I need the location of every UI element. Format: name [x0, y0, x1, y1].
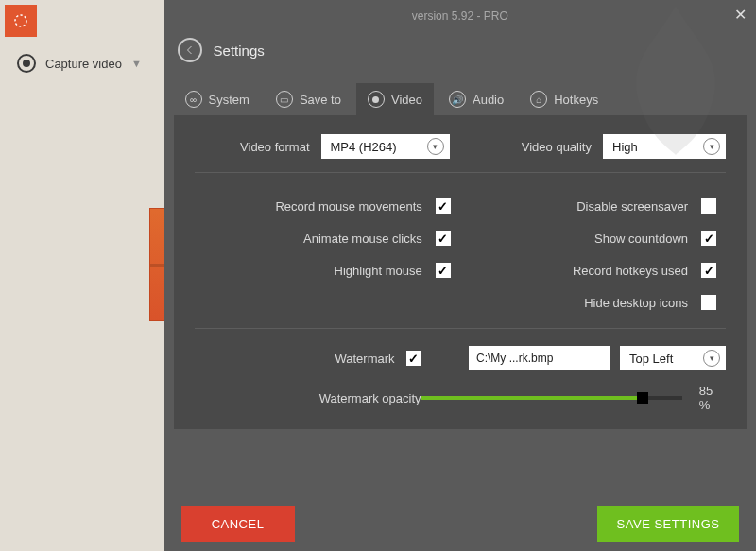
highlight-mouse-label: Highlight mouse — [335, 264, 422, 278]
record-icon — [17, 54, 36, 73]
tab-save-to-label: Save to — [300, 93, 341, 107]
watermark-path-input[interactable] — [469, 346, 610, 370]
disable-screensaver-label: Disable screensaver — [576, 199, 688, 214]
tab-save-to[interactable]: ▭Save to — [265, 83, 352, 115]
version-text: version 5.92 - PRO — [164, 0, 756, 23]
animate-clicks-label: Animate mouse clicks — [303, 232, 422, 246]
settings-tabs: ∞System ▭Save to Video 🔊Audio ⌂Hotkeys — [174, 83, 756, 115]
chevron-down-icon: ▼ — [131, 58, 142, 69]
show-countdown-checkbox[interactable] — [701, 231, 716, 246]
sidebar: Capture video ▼ — [0, 0, 164, 551]
animate-clicks-checkbox[interactable] — [436, 231, 451, 246]
record-hotkeys-label: Record hotkeys used — [573, 264, 688, 278]
video-format-value: MP4 (H264) — [331, 140, 397, 154]
hide-desktop-icons-label: Hide desktop icons — [584, 296, 688, 310]
watermark-opacity-slider[interactable] — [421, 390, 682, 405]
tab-video[interactable]: Video — [356, 83, 434, 115]
capture-video-dropdown[interactable]: Capture video ▼ — [17, 54, 164, 73]
hide-desktop-icons-checkbox[interactable] — [701, 295, 716, 310]
video-format-label: Video format — [240, 140, 309, 154]
close-icon[interactable]: ✕ — [734, 6, 747, 24]
tab-video-label: Video — [391, 93, 422, 107]
back-button[interactable] — [178, 38, 202, 62]
capture-video-label: Capture video — [45, 57, 122, 71]
watermark-label: Watermark — [335, 352, 394, 366]
video-format-select[interactable]: MP4 (H264) ▾ — [321, 134, 450, 159]
link-icon: ∞ — [185, 91, 202, 108]
record-hotkeys-checkbox[interactable] — [701, 263, 716, 278]
tab-audio-label: Audio — [472, 93, 504, 107]
watermark-opacity-value: 85 % — [699, 384, 726, 412]
highlight-mouse-checkbox[interactable] — [436, 263, 451, 278]
watermark-position-select[interactable]: Top Left ▾ — [620, 346, 726, 370]
capture-region-button[interactable] — [5, 5, 37, 37]
watermark-opacity-label: Watermark opacity — [319, 391, 421, 405]
camera-icon: ⌂ — [530, 91, 547, 108]
svg-point-0 — [15, 15, 26, 26]
chevron-down-icon: ▾ — [703, 350, 720, 367]
record-mouse-label: Record mouse movements — [275, 199, 421, 214]
disable-screensaver-checkbox[interactable] — [701, 198, 716, 214]
tab-audio[interactable]: 🔊Audio — [438, 83, 515, 115]
video-quality-select[interactable]: High ▾ — [603, 134, 726, 159]
watermark-checkbox[interactable] — [406, 351, 421, 366]
tab-system-label: System — [209, 93, 249, 107]
settings-panel: ✕ version 5.92 - PRO Settings ∞System ▭S… — [164, 0, 756, 551]
video-icon — [368, 91, 385, 108]
tab-hotkeys[interactable]: ⌂Hotkeys — [519, 83, 610, 115]
record-mouse-checkbox[interactable] — [436, 198, 451, 214]
save-settings-button[interactable]: SAVE SETTINGS — [597, 506, 739, 542]
folder-icon: ▭ — [276, 91, 293, 108]
chevron-down-icon: ▾ — [703, 138, 720, 155]
chevron-down-icon: ▾ — [427, 138, 444, 155]
audio-icon: 🔊 — [449, 91, 466, 108]
page-title: Settings — [214, 43, 265, 59]
divider — [195, 172, 726, 173]
video-settings-pane: Video format MP4 (H264) ▾ Video quality … — [174, 115, 747, 429]
video-quality-label: Video quality — [522, 140, 592, 154]
show-countdown-label: Show countdown — [594, 232, 688, 246]
tab-system[interactable]: ∞System — [174, 83, 261, 115]
cancel-button[interactable]: CANCEL — [181, 506, 295, 542]
tab-hotkeys-label: Hotkeys — [554, 93, 598, 107]
watermark-position-value: Top Left — [629, 352, 673, 366]
video-quality-value: High — [612, 140, 638, 154]
divider — [195, 328, 726, 329]
